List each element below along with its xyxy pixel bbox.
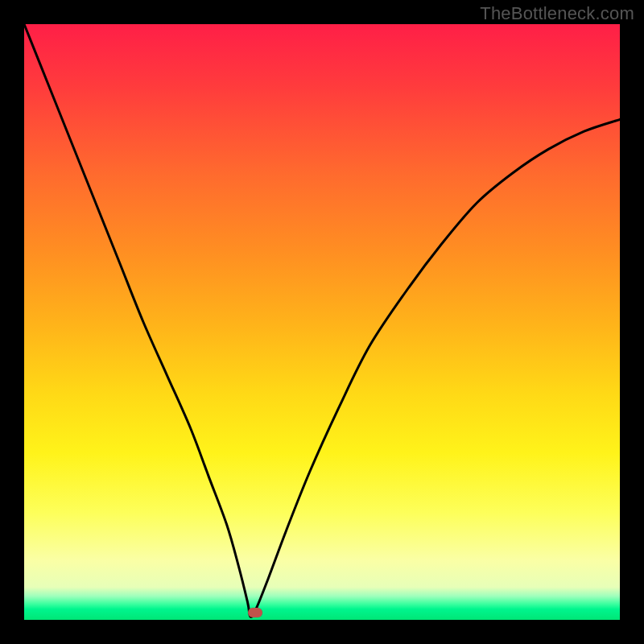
optimum-marker <box>248 608 262 617</box>
chart-frame: TheBottleneck.com <box>0 0 644 644</box>
watermark-text: TheBottleneck.com <box>480 3 634 24</box>
bottleneck-curve <box>24 24 620 620</box>
plot-area <box>24 24 620 620</box>
